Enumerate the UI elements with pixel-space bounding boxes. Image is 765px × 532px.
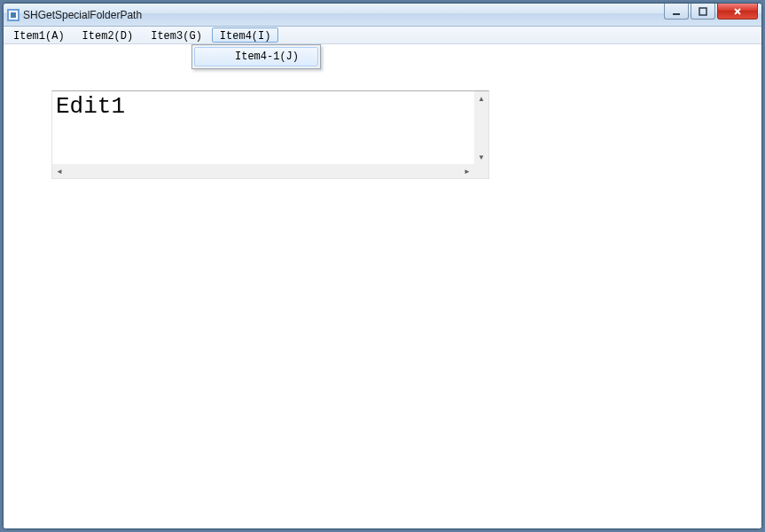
- titlebar[interactable]: SHGetSpecialFolderPath: [4, 4, 761, 27]
- dropdown-item-label: Item4-1(J): [235, 51, 299, 63]
- minimize-icon: [672, 7, 681, 16]
- svg-rect-4: [699, 8, 706, 15]
- scroll-down-button[interactable]: ▼: [474, 150, 488, 164]
- vertical-scrollbar[interactable]: ▲ ▼: [474, 91, 488, 164]
- scroll-right-button[interactable]: ►: [460, 164, 474, 178]
- scrollbar-corner: [474, 164, 488, 178]
- maximize-icon: [699, 7, 707, 16]
- svg-rect-2: [11, 12, 16, 18]
- window-controls: [662, 4, 758, 26]
- svg-rect-3: [673, 13, 680, 15]
- menu-item-label: Item4(I): [220, 30, 271, 43]
- menu-item2[interactable]: Item2(D): [74, 27, 142, 43]
- menu-item4[interactable]: Item4(I): [212, 27, 279, 43]
- scroll-up-button[interactable]: ▲: [474, 91, 488, 106]
- chevron-left-icon: ◄: [56, 168, 63, 176]
- close-icon: [733, 7, 742, 16]
- edit-inner: Edit1 ▲ ▼: [52, 91, 488, 164]
- menubar: Item1(A) Item2(D) Item3(G) Item4(I): [4, 27, 761, 44]
- horizontal-scrollbar[interactable]: ◄ ►: [52, 164, 474, 178]
- menu-item-label: Item3(G): [151, 30, 202, 43]
- app-window: SHGetSpecialFolderPath Item1(A) Item2(D)…: [3, 3, 762, 529]
- scroll-left-button[interactable]: ◄: [52, 164, 66, 178]
- menu-item-label: Item2(D): [82, 30, 134, 43]
- chevron-right-icon: ►: [464, 168, 471, 176]
- chevron-down-icon: ▼: [478, 153, 485, 161]
- client-area: Edit1 ▲ ▼ ◄ ►: [4, 44, 761, 528]
- dropdown-item-4-1[interactable]: Item4-1(J): [194, 47, 318, 66]
- dropdown-menu: Item4-1(J): [191, 44, 321, 69]
- chevron-up-icon: ▲: [478, 95, 485, 103]
- edit-content[interactable]: Edit1: [52, 91, 474, 164]
- maximize-button[interactable]: [691, 4, 715, 20]
- edit-box[interactable]: Edit1 ▲ ▼ ◄ ►: [51, 90, 489, 179]
- hscroll-row: ◄ ►: [52, 164, 488, 178]
- horizontal-scroll-track[interactable]: [66, 164, 460, 178]
- minimize-button[interactable]: [664, 4, 689, 20]
- vertical-scroll-track[interactable]: [474, 106, 488, 150]
- menu-item1[interactable]: Item1(A): [5, 27, 73, 43]
- app-icon: [7, 9, 20, 21]
- window-title: SHGetSpecialFolderPath: [23, 9, 142, 21]
- menu-item3[interactable]: Item3(G): [143, 27, 210, 43]
- close-button[interactable]: [717, 4, 758, 20]
- menu-item-label: Item1(A): [13, 30, 65, 43]
